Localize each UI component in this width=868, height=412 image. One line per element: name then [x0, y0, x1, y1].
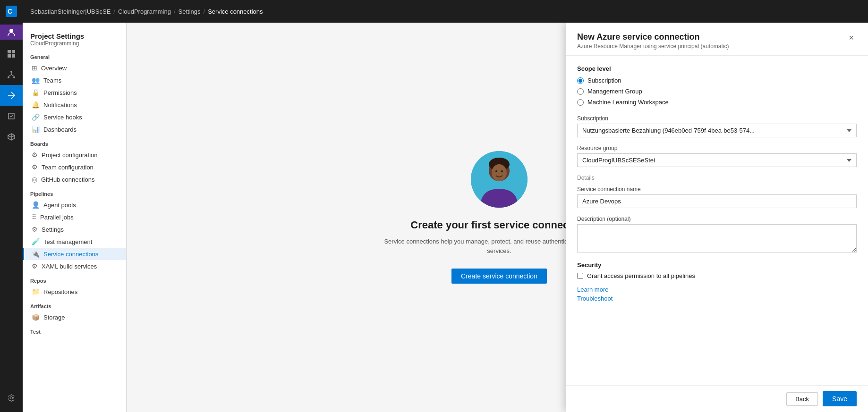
radio-management-group[interactable]: Management Group — [577, 88, 857, 95]
panel-header-text: New Azure service connection Azure Resou… — [577, 32, 729, 50]
user-avatar[interactable] — [0, 25, 23, 40]
sidebar-item-project-configuration[interactable]: ⚙ Project configuration — [23, 149, 126, 161]
section-repos: Repos — [23, 272, 126, 286]
boards-nav-icon[interactable] — [0, 43, 23, 64]
learn-more-link[interactable]: Learn more — [577, 286, 857, 293]
service-connection-name-input[interactable] — [577, 194, 857, 208]
svg-point-9 — [13, 76, 15, 78]
sidebar-item-dashboards-label: Dashboards — [43, 126, 77, 133]
sidebar-item-github-connections-label: GitHub connections — [41, 176, 94, 183]
app-logo: C — [0, 0, 23, 23]
content-area: Project Settings CloudProgramming Genera… — [23, 23, 868, 412]
sidebar-item-github-connections[interactable]: ◎ GitHub connections — [23, 173, 126, 185]
sidebar-item-overview[interactable]: ⊞ Overview — [23, 62, 126, 74]
pipeline-settings-icon: ⚙ — [32, 226, 38, 233]
service-hooks-icon: 🔗 — [32, 113, 40, 121]
breadcrumb-sep-2: / — [174, 8, 176, 15]
section-boards: Boards — [23, 135, 126, 149]
sidebar-item-dashboards[interactable]: 📊 Dashboards — [23, 123, 126, 135]
breadcrumb-sep-3: / — [204, 8, 205, 15]
section-artifacts: Artifacts — [23, 298, 126, 311]
section-general: General — [23, 49, 126, 62]
sidebar-item-service-hooks[interactable]: 🔗 Service hooks — [23, 111, 126, 123]
repos-nav-icon[interactable] — [0, 64, 23, 85]
resource-group-select[interactable]: CloudProgIUBScSESeStei — [577, 153, 857, 167]
dashboards-icon: 📊 — [32, 126, 40, 133]
storage-icon: 📦 — [32, 313, 40, 321]
sidebar-item-notifications[interactable]: 🔔 Notifications — [23, 99, 126, 111]
scope-level-label: Scope level — [577, 65, 857, 72]
project-name[interactable]: CloudProgramming — [118, 8, 171, 15]
permissions-icon: 🔒 — [32, 89, 40, 96]
panel-body: Scope level Subscription Management Grou… — [566, 56, 868, 385]
sidebar-item-test-management[interactable]: 🧪 Test management — [23, 235, 126, 248]
description-group: Description (optional) — [577, 216, 857, 254]
sidebar-item-permissions-label: Permissions — [43, 89, 77, 96]
subscription-label: Subscription — [577, 115, 857, 122]
radio-subscription-input[interactable] — [577, 77, 584, 84]
sidebar-item-xaml-build[interactable]: ⚙ XAML build services — [23, 260, 126, 272]
hero-avatar — [471, 151, 528, 208]
svg-point-8 — [8, 76, 9, 78]
agent-pools-icon: 👤 — [32, 201, 40, 209]
back-button[interactable]: Back — [786, 392, 818, 406]
svg-point-7 — [10, 71, 12, 73]
parallel-jobs-icon: ⠿ — [32, 213, 36, 221]
radio-management-group-input[interactable] — [577, 88, 584, 95]
team-config-icon: ⚙ — [32, 163, 38, 171]
current-page: Service connections — [208, 8, 263, 15]
sidebar-item-repositories[interactable]: 📁 Repositories — [23, 286, 126, 298]
radio-machine-learning[interactable]: Machine Learning Workspace — [577, 99, 857, 106]
sidebar-item-xaml-label: XAML build services — [42, 263, 97, 270]
sidebar-item-agent-pools[interactable]: 👤 Agent pools — [23, 199, 126, 211]
teams-icon: 👥 — [32, 76, 40, 84]
sidebar-item-permissions[interactable]: 🔒 Permissions — [23, 86, 126, 99]
testplans-nav-icon[interactable] — [0, 106, 23, 126]
svg-rect-4 — [12, 50, 15, 53]
sidebar-item-agent-pools-label: Agent pools — [43, 202, 76, 209]
sidebar-item-service-connections[interactable]: 🔌 Service connections — [23, 248, 126, 260]
sidebar-item-notifications-label: Notifications — [43, 101, 77, 109]
org-name[interactable]: SebastianSteininger|UBScSE — [30, 8, 111, 15]
radio-subscription[interactable]: Subscription — [577, 77, 857, 84]
sidebar-title: Project Settings — [30, 32, 119, 40]
sidebar-item-team-configuration[interactable]: ⚙ Team configuration — [23, 161, 126, 173]
sidebar-item-parallel-jobs[interactable]: ⠿ Parallel jobs — [23, 211, 126, 223]
test-management-icon: 🧪 — [32, 238, 40, 245]
svg-point-15 — [501, 170, 503, 172]
panel-footer: Back Save — [566, 385, 868, 412]
repositories-icon: 📁 — [32, 288, 40, 295]
radio-machine-learning-input[interactable] — [577, 99, 584, 106]
subscription-select[interactable]: Nutzungsbasierte Bezahlung (946eb0ed-759… — [577, 124, 857, 137]
create-service-connection-button[interactable]: Create service connection — [451, 269, 547, 284]
sidebar-item-storage[interactable]: 📦 Storage — [23, 311, 126, 323]
sidebar-item-overview-label: Overview — [41, 65, 67, 72]
overview-icon: ⊞ — [32, 64, 37, 72]
panel-close-button[interactable]: × — [846, 32, 857, 44]
sidebar-item-service-hooks-label: Service hooks — [43, 114, 82, 121]
sidebar-item-settings[interactable]: ⚙ Settings — [23, 223, 126, 235]
svg-rect-5 — [8, 54, 11, 58]
description-textarea[interactable] — [577, 224, 857, 252]
save-button[interactable]: Save — [823, 391, 857, 406]
new-service-connection-panel: New Azure service connection Azure Resou… — [566, 23, 868, 412]
service-connection-name-label: Service connection name — [577, 186, 857, 193]
grant-permission-checkbox-item[interactable]: Grant access permission to all pipelines — [577, 272, 857, 279]
grant-permission-label[interactable]: Grant access permission to all pipelines — [587, 272, 695, 279]
grant-permission-checkbox[interactable] — [577, 273, 583, 279]
top-bar: SebastianSteininger|UBScSE / CloudProgra… — [23, 0, 868, 23]
sidebar-item-service-connections-label: Service connections — [43, 251, 98, 258]
artifacts-nav-icon[interactable] — [0, 126, 23, 147]
section-pipelines: Pipelines — [23, 185, 126, 199]
troubleshoot-link[interactable]: Troubleshoot — [577, 295, 857, 302]
pipelines-nav-icon[interactable] — [0, 85, 23, 106]
sidebar-item-project-configuration-label: Project configuration — [42, 151, 98, 159]
sidebar-item-parallel-jobs-label: Parallel jobs — [40, 214, 74, 221]
section-name[interactable]: Settings — [179, 8, 201, 15]
service-connections-icon: 🔌 — [32, 250, 40, 258]
section-test: Test — [23, 323, 126, 336]
settings-nav-icon[interactable] — [0, 387, 23, 408]
sidebar-item-teams[interactable]: 👥 Teams — [23, 74, 126, 86]
xaml-icon: ⚙ — [32, 262, 38, 270]
svg-point-13 — [492, 164, 507, 181]
